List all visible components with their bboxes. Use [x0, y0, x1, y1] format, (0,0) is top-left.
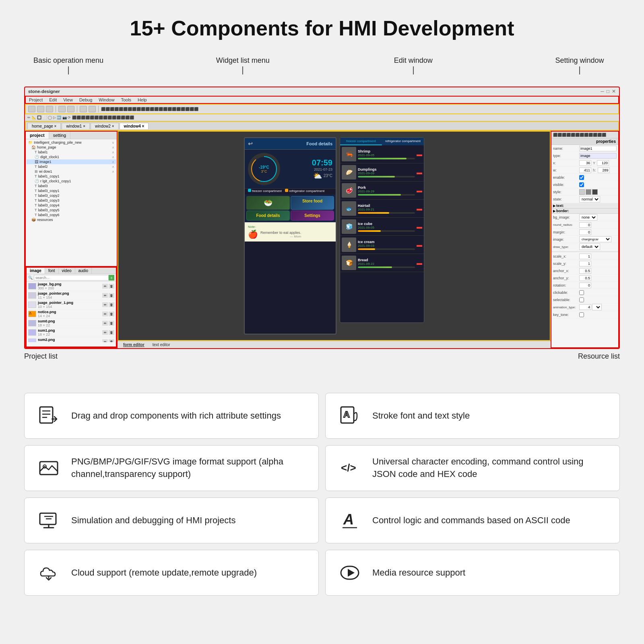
project-item[interactable]: T label1 ∧ [27, 150, 116, 155]
food-delete-btn[interactable]: ▬ [417, 260, 422, 266]
w-input[interactable] [579, 167, 591, 173]
bg-image-select[interactable]: none [579, 214, 597, 221]
project-item[interactable]: 🕐 digit_clock1 ∧ [27, 155, 116, 159]
resource-add-button[interactable]: + [109, 275, 114, 281]
selectable-checkbox[interactable] [579, 297, 584, 302]
color-swatch[interactable] [592, 189, 598, 195]
project-item[interactable]: T label1_copy1 [27, 174, 116, 179]
scale-y-input[interactable] [579, 261, 591, 266]
project-item[interactable]: T label3 [27, 184, 116, 188]
project-item[interactable]: T label3_copy4 [27, 203, 116, 208]
tb-redo[interactable] [67, 106, 74, 112]
visible-checkbox[interactable] [579, 182, 584, 187]
anchor-x-input[interactable] [579, 268, 591, 274]
project-item[interactable]: 📦 resources [27, 217, 116, 222]
resource-tab-font[interactable]: font [45, 268, 59, 274]
nav-store-food-btn[interactable]: Store food [291, 196, 334, 210]
project-item[interactable]: T label3_copy3 [27, 198, 116, 203]
animation-type-input[interactable] [579, 304, 591, 310]
rotation-input[interactable] [579, 283, 591, 288]
scale-x-input[interactable] [579, 254, 591, 259]
tb-save[interactable] [46, 106, 53, 112]
tab-window4[interactable]: window4 × [120, 123, 149, 129]
resource-edit-btn[interactable]: ✏ [102, 321, 108, 326]
tb-new[interactable] [28, 106, 35, 112]
project-item[interactable]: 📁 Intelligent_charging_pile_new ∨ [27, 140, 116, 145]
enable-checkbox[interactable] [579, 175, 584, 180]
food-delete-btn[interactable]: ▬ [417, 205, 422, 212]
project-item[interactable]: T label2 ∧ [27, 164, 116, 169]
text-editor-tab[interactable]: text editor [150, 342, 173, 347]
tb-stop[interactable] [89, 106, 96, 112]
menu-project[interactable]: Project [29, 97, 43, 102]
tb-open[interactable] [37, 106, 44, 112]
resource-tab-image[interactable]: image [27, 268, 45, 274]
menu-debug[interactable]: Debug [79, 97, 92, 102]
resource-edit-btn[interactable]: ✏ [102, 339, 108, 342]
menu-view[interactable]: View [63, 97, 73, 102]
project-item[interactable]: T label3_copy2 [27, 193, 116, 198]
clickable-checkbox[interactable] [579, 290, 584, 295]
close-btn[interactable]: ✕ [612, 89, 616, 94]
resource-edit-btn[interactable]: ✏ [102, 302, 108, 307]
color-swatch[interactable] [586, 189, 591, 195]
food-delete-btn[interactable]: ▬ [417, 169, 422, 175]
minimize-btn[interactable]: ─ [601, 89, 604, 94]
nav-food-details-btn[interactable]: Food details [246, 211, 290, 221]
setting-tab[interactable]: setting [49, 132, 70, 139]
border-section[interactable]: ▶ border: [551, 208, 618, 214]
resource-delete-btn[interactable]: 🗑 [109, 330, 114, 335]
color-swatch[interactable] [579, 189, 585, 195]
menu-edit[interactable]: Edit [49, 97, 57, 102]
project-item[interactable]: ⊞ wi dow1 ∧ [27, 169, 116, 174]
food-delete-btn[interactable]: ▬ [417, 242, 422, 248]
resource-tab-video[interactable]: video [59, 268, 75, 274]
resource-delete-btn[interactable]: 🗑 [109, 339, 114, 342]
resource-edit-btn[interactable]: ✏ [102, 312, 108, 316]
tab-home-page[interactable]: home_page × [27, 123, 61, 129]
tb-run[interactable] [80, 106, 87, 112]
maximize-btn[interactable]: □ [607, 89, 609, 94]
name-input[interactable] [579, 146, 617, 151]
draw-type-select[interactable]: default [579, 244, 600, 250]
text-section[interactable]: ▶ text: [551, 203, 618, 208]
form-editor-tab[interactable]: form editor [121, 342, 147, 347]
resource-delete-btn[interactable]: 🗑 [109, 321, 114, 326]
refrigerator-tab[interactable]: refrigerator compartment [382, 138, 424, 145]
resource-delete-btn[interactable]: 🗑 [109, 312, 114, 316]
x-input[interactable] [579, 160, 591, 166]
food-delete-btn[interactable]: ▬ [417, 151, 422, 157]
food-delete-btn[interactable]: ▬ [417, 223, 422, 230]
menu-help[interactable]: Help [138, 97, 147, 102]
resource-search-input[interactable] [34, 275, 109, 281]
tab-window1[interactable]: window1 × [62, 123, 90, 129]
project-item[interactable]: T label3_copy6 [27, 213, 116, 217]
y-input[interactable] [597, 160, 609, 166]
nav-settings-btn[interactable]: Settings [291, 211, 334, 221]
margin-input[interactable] [579, 229, 591, 235]
tb-undo[interactable] [58, 106, 66, 112]
menu-window[interactable]: Window [99, 97, 114, 102]
project-item[interactable]: T label3_copy1 [27, 188, 116, 193]
tab-window2[interactable]: window2 × [91, 123, 119, 129]
resource-edit-btn[interactable]: ✏ [102, 330, 108, 335]
anchor-y-input[interactable] [579, 275, 591, 281]
resource-edit-btn[interactable]: ✏ [102, 293, 108, 298]
resource-tab-audio[interactable]: audio [75, 268, 92, 274]
project-item[interactable]: 🕐 r lgit_clock1_copy1 [27, 179, 116, 184]
resource-delete-btn[interactable]: 🗑 [109, 293, 114, 298]
resource-delete-btn[interactable]: 🗑 [109, 302, 114, 307]
food-delete-btn[interactable]: ▬ [417, 187, 422, 194]
freezer-tab[interactable]: freezer compartment [340, 138, 382, 145]
resource-edit-btn[interactable]: ✏ [102, 284, 108, 289]
round-radius-input[interactable] [579, 222, 591, 228]
project-item[interactable]: T label3_copy5 [27, 208, 116, 213]
menu-tools[interactable]: Tools [121, 97, 131, 102]
h-input[interactable] [598, 167, 610, 173]
project-tab[interactable]: project [26, 132, 49, 139]
project-item[interactable]: 🖼 image1 ∧ [27, 159, 116, 164]
back-icon[interactable]: ↩ [248, 140, 253, 147]
image-select[interactable]: chargingcar [579, 236, 611, 242]
animation-type-select[interactable] [592, 304, 602, 310]
type-input[interactable] [579, 153, 617, 159]
